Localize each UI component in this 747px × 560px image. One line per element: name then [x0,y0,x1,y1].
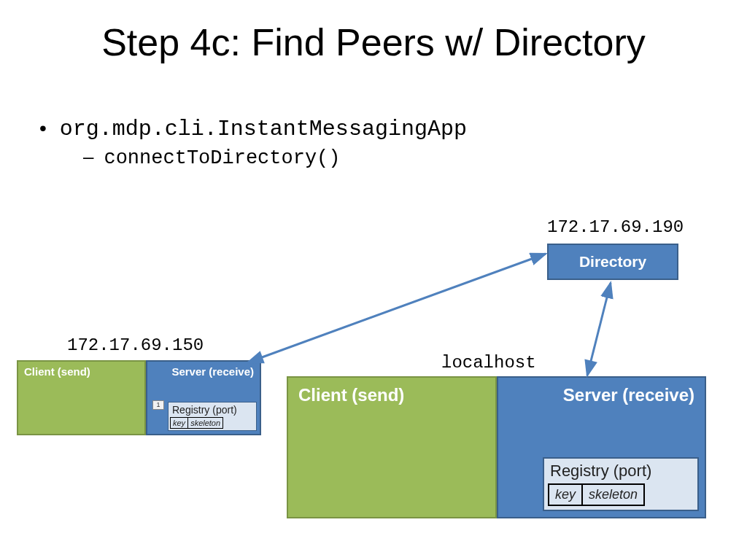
directory-ip-label: 172.17.69.190 [547,217,684,237]
big-kv-row: key skeleton [544,483,697,510]
bullet-block: • org.mdp.cli.InstantMessagingApp – conn… [39,115,681,169]
small-client-label: Client (send) [24,365,90,378]
directory-box: Directory [547,244,678,280]
small-registry-box: 1 Registry (port) key skeleton [168,402,257,431]
big-ip-label: localhost [441,353,536,373]
big-client-label: Client (send) [298,385,404,405]
small-skeleton-cell: skeleton [187,417,223,429]
big-server-box: Server (receive) Registry (port) key ske… [497,376,706,518]
small-ip-label: 172.17.69.150 [67,335,204,355]
small-registry-label: Registry (port) [169,402,256,417]
small-client-box: Client (send) [17,360,146,435]
dash-icon: – [83,146,93,168]
big-skeleton-cell: skeleton [583,483,645,506]
big-registry-label: Registry (port) [544,459,697,483]
small-peer-group: Client (send) Server (receive) 1 Registr… [17,360,261,437]
small-badge: 1 [152,400,164,410]
big-peer-group: Client (send) Server (receive) Registry … [287,376,706,519]
bullet-main-text: org.mdp.cli.InstantMessagingApp [60,117,467,141]
svg-line-1 [587,283,611,376]
big-client-box: Client (send) [287,376,497,518]
bullet-dot-icon: • [39,118,47,139]
slide-title: Step 4c: Find Peers w/ Directory [0,20,747,64]
big-registry-box: Registry (port) key skeleton [543,457,699,511]
small-server-box: Server (receive) 1 Registry (port) key s… [146,360,261,435]
svg-line-0 [248,254,546,362]
bullet-sub-text: connectToDirectory() [104,147,340,169]
bullet-sub: – connectToDirectory() [83,146,681,169]
big-server-label: Server (receive) [563,385,694,405]
directory-label: Directory [579,253,646,271]
big-key-cell: key [548,483,583,506]
small-kv-row: key skeleton [169,417,256,430]
small-key-cell: key [170,417,187,429]
bullet-main: • org.mdp.cli.InstantMessagingApp [39,115,681,141]
small-server-label: Server (receive) [171,365,254,378]
